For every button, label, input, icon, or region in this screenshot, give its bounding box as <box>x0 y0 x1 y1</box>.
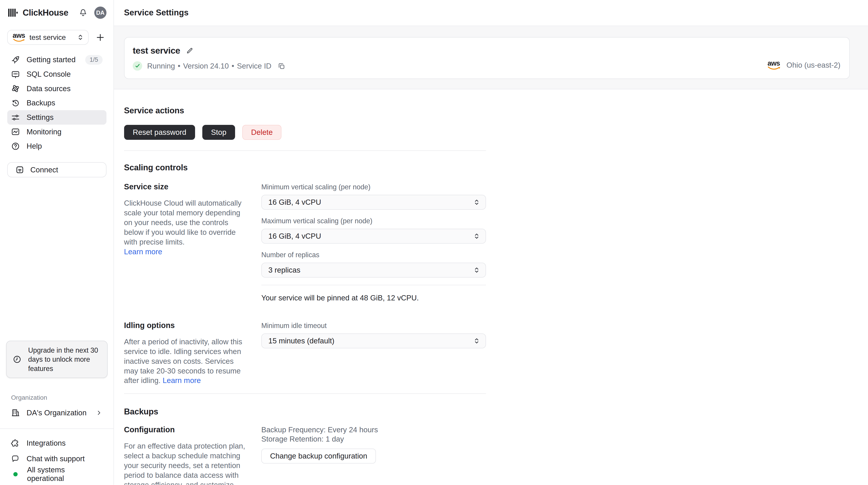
organization-row[interactable]: DA's Organization <box>7 407 106 418</box>
max-scaling-select[interactable]: 16 GiB, 4 vCPU <box>261 229 486 244</box>
storage-retention: Storage Retention: 1 day <box>261 434 486 444</box>
service-status-text: Running•Version 24.10•Service ID <box>147 62 272 70</box>
connect-button[interactable]: Connect <box>7 162 106 177</box>
clickhouse-logo-icon <box>8 8 18 18</box>
idle-timeout-label: Minimum idle timeout <box>261 322 486 330</box>
delete-button[interactable]: Delete <box>242 125 281 140</box>
idling-grid: Idling options After a period of inactiv… <box>124 321 486 386</box>
replicas-label: Number of replicas <box>261 251 486 259</box>
sidebar-footer: Integrations Chat with support All syste… <box>7 438 106 479</box>
service-selector[interactable]: aws test service <box>7 30 89 45</box>
sidebar-item-label: SQL Console <box>27 70 71 79</box>
sidebar-item-monitoring[interactable]: Monitoring <box>7 125 106 139</box>
edit-pencil-icon[interactable] <box>186 47 193 55</box>
sidebar-item-label: Monitoring <box>27 127 61 136</box>
status-check-icon <box>133 61 142 71</box>
add-service-button[interactable] <box>96 33 105 42</box>
service-card: test service Running <box>124 37 850 79</box>
service-id-label: Service ID <box>237 62 271 70</box>
backups-heading: Backups <box>124 407 486 417</box>
service-selector-row: aws test service <box>7 30 106 45</box>
reset-password-button[interactable]: Reset password <box>124 125 195 140</box>
sidebar-item-backups[interactable]: Backups <box>7 96 106 110</box>
learn-more-link[interactable]: Learn more <box>162 376 201 384</box>
sidebar-nav: Getting started 1/5 SQL Console <box>7 53 106 153</box>
aws-logo-icon: aws <box>767 60 780 70</box>
backups-grid: Configuration For an effective data prot… <box>124 425 486 485</box>
idling-description: After a period of inactivity, allow this… <box>124 337 247 386</box>
notifications-bell-icon[interactable] <box>77 6 89 19</box>
service-selector-value: test service <box>29 33 77 41</box>
chevron-up-down-icon <box>473 266 480 274</box>
rocket-icon <box>11 55 20 64</box>
configuration-heading: Configuration <box>124 425 247 434</box>
avatar[interactable]: DA <box>94 6 106 19</box>
learn-more-link[interactable]: Learn more <box>124 247 162 257</box>
aws-logo-icon: aws <box>13 32 25 42</box>
sidebar-item-label: Getting started <box>27 55 76 64</box>
chevron-up-down-icon <box>473 199 480 206</box>
footer-item-label: Integrations <box>27 439 66 448</box>
service-status-row: Running•Version 24.10•Service ID <box>133 61 767 71</box>
copy-icon[interactable] <box>278 62 285 70</box>
progress-badge: 1/5 <box>85 55 103 65</box>
footer-item-label: Chat with support <box>27 454 85 463</box>
console-icon <box>11 70 20 79</box>
building-icon <box>11 408 20 417</box>
idling-options-heading: Idling options <box>124 321 247 330</box>
scaling-sub-divider <box>261 285 486 285</box>
scaling-controls-heading: Scaling controls <box>124 163 486 172</box>
max-scaling-field: Maximum vertical scaling (per node) 16 G… <box>261 217 486 244</box>
system-status[interactable]: All systems operational <box>7 469 106 479</box>
sidebar: ClickHouse DA aws test service <box>0 0 114 485</box>
brand-name: ClickHouse <box>23 8 68 18</box>
main-area: Service Settings test service <box>114 0 868 485</box>
brand: ClickHouse DA <box>7 0 106 26</box>
sidebar-item-data-sources[interactable]: Data sources <box>7 81 106 96</box>
history-icon <box>11 98 20 108</box>
max-scaling-label: Maximum vertical scaling (per node) <box>261 217 486 225</box>
region-label: Ohio (us-east-2) <box>786 61 840 69</box>
puzzle-icon <box>11 439 20 448</box>
chevron-up-down-icon <box>473 232 480 240</box>
min-scaling-label: Minimum vertical scaling (per node) <box>261 183 486 191</box>
min-scaling-field: Minimum vertical scaling (per node) 16 G… <box>261 183 486 210</box>
service-version: Version 24.10 <box>183 62 229 70</box>
sidebar-item-help[interactable]: Help <box>7 139 106 153</box>
upgrade-notice[interactable]: Upgrade in the next 30 days to unlock mo… <box>6 341 107 378</box>
upgrade-notice-text: Upgrade in the next 30 days to unlock mo… <box>28 346 101 373</box>
status-running: Running <box>147 62 175 70</box>
sidebar-item-integrations[interactable]: Integrations <box>7 438 106 448</box>
sidebar-item-sql-console[interactable]: SQL Console <box>7 67 106 81</box>
connect-label: Connect <box>30 166 58 174</box>
sidebar-item-getting-started[interactable]: Getting started 1/5 <box>7 53 106 67</box>
service-size-description: ClickHouse Cloud will automatically scal… <box>124 198 247 257</box>
organization-name: DA's Organization <box>27 408 87 417</box>
service-hero-band: test service Running <box>114 26 868 89</box>
service-actions-heading: Service actions <box>124 106 486 115</box>
service-size-heading: Service size <box>124 182 247 191</box>
service-actions-row: Reset password Stop Delete <box>124 125 486 140</box>
idle-timeout-select[interactable]: 15 minutes (default) <box>261 334 486 348</box>
sidebar-divider <box>0 428 114 429</box>
sidebar-item-chat-support[interactable]: Chat with support <box>7 454 106 464</box>
connect-icon <box>16 165 24 174</box>
sidebar-item-label: Help <box>27 142 42 150</box>
app-window: ClickHouse DA aws test service <box>0 0 868 485</box>
min-scaling-select[interactable]: 16 GiB, 4 vCPU <box>261 195 486 210</box>
stop-button[interactable]: Stop <box>202 125 235 140</box>
chevron-up-down-icon <box>77 34 84 41</box>
idle-timeout-field: Minimum idle timeout 15 minutes (default… <box>261 322 486 348</box>
change-backup-configuration-button[interactable]: Change backup configuration <box>261 449 376 463</box>
replicas-select[interactable]: 3 replicas <box>261 263 486 278</box>
backup-frequency: Backup Frequency: Every 24 hours <box>261 425 486 434</box>
sliders-icon <box>11 113 20 122</box>
sidebar-item-settings[interactable]: Settings <box>7 110 106 125</box>
service-name: test service <box>133 46 180 56</box>
chart-icon <box>11 127 20 136</box>
chevron-up-down-icon <box>473 337 480 344</box>
settings-content: Service actions Reset password Stop Dele… <box>114 89 868 485</box>
sidebar-item-label: Backups <box>27 98 55 107</box>
chevron-right-icon <box>95 409 103 417</box>
page-header: Service Settings <box>114 0 868 26</box>
